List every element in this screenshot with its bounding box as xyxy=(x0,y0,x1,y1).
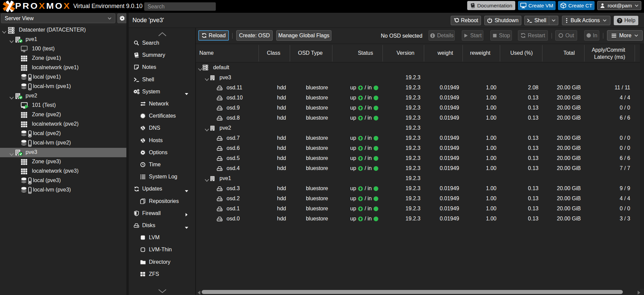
svg-text:?: ? xyxy=(618,18,620,23)
